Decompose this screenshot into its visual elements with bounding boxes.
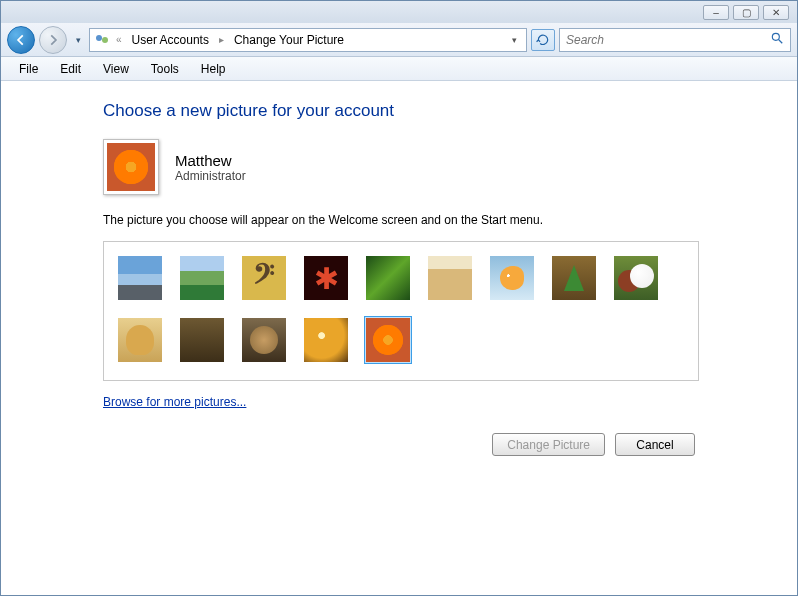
avatar-option-chess[interactable] — [178, 316, 226, 364]
search-icon[interactable] — [770, 31, 784, 48]
arrow-left-icon — [14, 33, 28, 47]
user-name: Matthew — [175, 152, 246, 169]
avatar-option-robot[interactable] — [426, 254, 474, 302]
forward-button[interactable] — [39, 26, 67, 54]
menu-file[interactable]: File — [9, 60, 48, 78]
balls-icon — [614, 256, 658, 300]
rock-icon — [118, 256, 162, 300]
picture-grid-container: 𝄢✱ — [103, 241, 699, 381]
close-icon: ✕ — [772, 7, 780, 18]
svg-point-0 — [96, 35, 102, 41]
avatar-option-flower[interactable] — [364, 316, 412, 364]
clef-icon: 𝄢 — [242, 256, 286, 300]
svg-point-2 — [772, 33, 779, 40]
title-bar: – ▢ ✕ — [1, 1, 797, 23]
user-role: Administrator — [175, 169, 246, 183]
page-title: Choose a new picture for your account — [103, 101, 699, 121]
avatar-option-balls[interactable] — [612, 254, 660, 302]
maximize-button[interactable]: ▢ — [733, 5, 759, 20]
maximize-icon: ▢ — [742, 7, 751, 18]
dog-icon — [118, 318, 162, 362]
avatar-option-golf[interactable] — [178, 254, 226, 302]
arrow-right-icon — [46, 33, 60, 47]
leaf-icon — [366, 256, 410, 300]
content-area: Choose a new picture for your account Ma… — [1, 81, 797, 595]
menu-bar: File Edit View Tools Help — [1, 57, 797, 81]
change-picture-button[interactable]: Change Picture — [492, 433, 605, 456]
nav-bar: ▾ « User Accounts ▸ Change Your Picture … — [1, 23, 797, 57]
breadcrumb-level-1[interactable]: User Accounts — [128, 33, 213, 47]
avatar-option-clef[interactable]: 𝄢 — [240, 254, 288, 302]
minimize-icon: – — [713, 7, 719, 18]
nav-history-dropdown[interactable]: ▾ — [71, 30, 85, 50]
chess-icon — [180, 318, 224, 362]
address-dropdown[interactable]: ▾ — [506, 35, 522, 45]
menu-help[interactable]: Help — [191, 60, 236, 78]
picture-grid: 𝄢✱ — [116, 254, 686, 364]
avatar-option-star[interactable]: ✱ — [302, 254, 350, 302]
avatar-option-cat[interactable] — [240, 316, 288, 364]
chevron-right-icon: « — [114, 34, 124, 45]
robot-icon — [428, 256, 472, 300]
chevron-right-icon: ▸ — [217, 34, 226, 45]
menu-tools[interactable]: Tools — [141, 60, 189, 78]
breadcrumb-level-2[interactable]: Change Your Picture — [230, 33, 348, 47]
browse-more-link[interactable]: Browse for more pictures... — [103, 395, 246, 409]
golf-icon — [180, 256, 224, 300]
star-icon: ✱ — [304, 256, 348, 300]
sparkle-icon — [304, 318, 348, 362]
avatar-option-leaf[interactable] — [364, 254, 412, 302]
avatar-option-pine[interactable] — [550, 254, 598, 302]
cat-icon — [242, 318, 286, 362]
refresh-button[interactable] — [531, 29, 555, 51]
svg-point-1 — [102, 37, 108, 43]
pine-icon — [552, 256, 596, 300]
window: – ▢ ✕ ▾ « User Accounts ▸ Change Your Pi… — [0, 0, 798, 596]
avatar-option-dog[interactable] — [116, 316, 164, 364]
fish-icon — [490, 256, 534, 300]
search-box[interactable] — [559, 28, 791, 52]
description-text: The picture you choose will appear on th… — [103, 213, 699, 227]
refresh-icon — [536, 33, 550, 47]
avatar-option-fish[interactable] — [488, 254, 536, 302]
current-user-row: Matthew Administrator — [103, 139, 699, 195]
menu-edit[interactable]: Edit — [50, 60, 91, 78]
user-accounts-icon — [94, 32, 110, 48]
minimize-button[interactable]: – — [703, 5, 729, 20]
button-row: Change Picture Cancel — [103, 433, 699, 456]
svg-line-3 — [779, 40, 783, 44]
cancel-button[interactable]: Cancel — [615, 433, 695, 456]
flower-icon — [366, 318, 410, 362]
avatar-option-sparkle[interactable] — [302, 316, 350, 364]
address-bar[interactable]: « User Accounts ▸ Change Your Picture ▾ — [89, 28, 527, 52]
search-input[interactable] — [566, 33, 770, 47]
close-button[interactable]: ✕ — [763, 5, 789, 20]
current-user-picture — [103, 139, 159, 195]
avatar-option-rock[interactable] — [116, 254, 164, 302]
back-button[interactable] — [7, 26, 35, 54]
menu-view[interactable]: View — [93, 60, 139, 78]
